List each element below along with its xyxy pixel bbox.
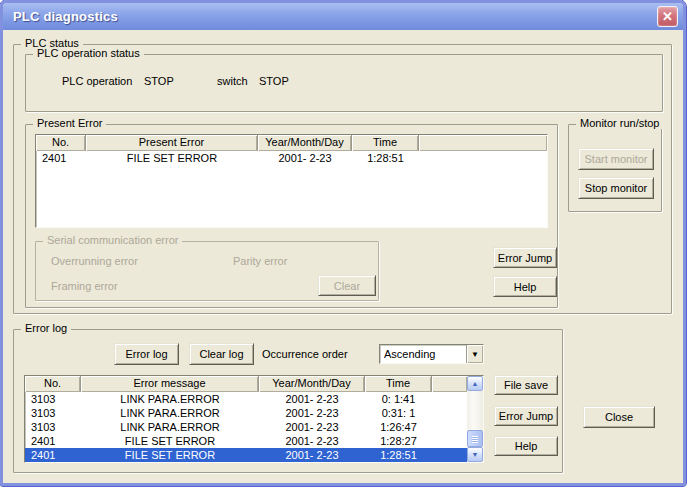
column-header-time[interactable]: Time bbox=[352, 135, 419, 151]
table-row[interactable]: 3103 LINK PARA.ERROR 2001- 2-23 1:26:47 bbox=[25, 420, 467, 434]
cell-error: FILE SET ERROR bbox=[86, 151, 258, 166]
plc-operation-value: STOP bbox=[144, 75, 174, 87]
plc-status-group: PLC status PLC operation status PLC oper… bbox=[13, 44, 672, 314]
table-row[interactable]: 3103 LINK PARA.ERROR 2001- 2-23 0: 1:41 bbox=[25, 392, 467, 406]
serial-communication-error-group: Serial communication error Overrunning e… bbox=[35, 241, 379, 301]
error-log-group: Error log Error log Clear log Occurrence… bbox=[13, 329, 563, 473]
cell-message: LINK PARA.ERROR bbox=[81, 420, 259, 434]
error-jump-button[interactable]: Error Jump bbox=[493, 247, 557, 268]
column-header-present-error[interactable]: Present Error bbox=[86, 135, 258, 151]
switch-label: switch bbox=[217, 75, 248, 87]
cell-time: 1:26:47 bbox=[365, 420, 432, 434]
column-header-date[interactable]: Year/Month/Day bbox=[258, 135, 352, 151]
parity-error-label: Parity error bbox=[233, 255, 287, 267]
switch-value: STOP bbox=[259, 75, 289, 87]
clear-button: Clear bbox=[318, 275, 376, 296]
cell-blank bbox=[432, 434, 467, 448]
start-monitor-button: Start monitor bbox=[578, 148, 654, 170]
error-log-table: No. Error message Year/Month/Day Time 31… bbox=[24, 375, 484, 463]
cell-no: 3103 bbox=[25, 420, 81, 434]
cell-no: 3103 bbox=[25, 392, 81, 406]
occurrence-order-select[interactable]: Ascending ▼ bbox=[379, 344, 484, 364]
column-header-no[interactable]: No. bbox=[25, 376, 81, 392]
occurrence-order-label: Occurrence order bbox=[262, 348, 348, 360]
monitor-run-stop-label: Monitor run/stop bbox=[576, 117, 663, 129]
column-header-blank[interactable] bbox=[419, 135, 547, 151]
cell-blank bbox=[432, 392, 467, 406]
chevron-down-icon[interactable]: ▼ bbox=[466, 345, 483, 363]
overrunning-error-label: Overrunning error bbox=[51, 255, 138, 267]
column-header-no[interactable]: No. bbox=[36, 135, 86, 151]
error-log-table-header: No. Error message Year/Month/Day Time bbox=[25, 376, 467, 392]
close-button[interactable]: Close bbox=[583, 406, 655, 428]
column-header-blank[interactable] bbox=[432, 376, 467, 392]
table-row[interactable]: 2401 FILE SET ERROR 2001- 2-23 1:28:51 bbox=[36, 151, 547, 166]
cell-time: 0: 1:41 bbox=[365, 392, 432, 406]
present-error-label: Present Error bbox=[33, 117, 106, 129]
cell-time: 1:28:51 bbox=[365, 448, 432, 462]
column-header-date[interactable]: Year/Month/Day bbox=[259, 376, 365, 392]
cell-blank bbox=[419, 151, 547, 166]
stop-monitor-button[interactable]: Stop monitor bbox=[578, 177, 654, 199]
scroll-down-icon[interactable]: ▼ bbox=[467, 447, 483, 462]
error-log-button[interactable]: Error log bbox=[114, 343, 179, 365]
table-row[interactable]: 2401 FILE SET ERROR 2001- 2-23 1:28:27 bbox=[25, 434, 467, 448]
cell-blank bbox=[432, 448, 467, 462]
monitor-run-stop-group: Monitor run/stop Start monitor Stop moni… bbox=[568, 124, 662, 212]
framing-error-label: Framing error bbox=[51, 280, 118, 292]
serial-communication-error-label: Serial communication error bbox=[43, 234, 182, 246]
help-button[interactable]: Help bbox=[494, 436, 558, 456]
scroll-up-icon[interactable]: ▲ bbox=[467, 376, 483, 391]
cell-no: 3103 bbox=[25, 406, 81, 420]
cell-blank bbox=[432, 406, 467, 420]
cell-date: 2001- 2-23 bbox=[258, 151, 352, 166]
cell-date: 2001- 2-23 bbox=[259, 434, 365, 448]
cell-no: 2401 bbox=[36, 151, 86, 166]
error-log-label: Error log bbox=[21, 322, 71, 334]
cell-date: 2001- 2-23 bbox=[259, 392, 365, 406]
vertical-scrollbar[interactable]: ▲ ▼ bbox=[467, 376, 483, 462]
clear-log-button[interactable]: Clear log bbox=[189, 343, 254, 365]
cell-blank bbox=[432, 420, 467, 434]
cell-message: FILE SET ERROR bbox=[81, 434, 259, 448]
occurrence-order-value: Ascending bbox=[380, 346, 466, 362]
column-header-error-message[interactable]: Error message bbox=[81, 376, 259, 392]
plc-diagnostics-dialog: PLC diagnostics ✕ PLC status PLC operati… bbox=[0, 0, 686, 486]
window-title: PLC diagnostics bbox=[3, 9, 118, 24]
cell-date: 2001- 2-23 bbox=[259, 406, 365, 420]
table-row-selected[interactable]: 2401 FILE SET ERROR 2001- 2-23 1:28:51 bbox=[25, 448, 467, 462]
present-error-group: Present Error No. Present Error Year/Mon… bbox=[25, 124, 558, 308]
cell-no: 2401 bbox=[25, 448, 81, 462]
close-icon[interactable]: ✕ bbox=[657, 6, 678, 27]
cell-date: 2001- 2-23 bbox=[259, 448, 365, 462]
cell-time: 0:31: 1 bbox=[365, 406, 432, 420]
table-row[interactable]: 3103 LINK PARA.ERROR 2001- 2-23 0:31: 1 bbox=[25, 406, 467, 420]
help-button[interactable]: Help bbox=[493, 276, 557, 297]
present-error-table: No. Present Error Year/Month/Day Time 24… bbox=[35, 134, 548, 228]
column-header-time[interactable]: Time bbox=[365, 376, 432, 392]
cell-time: 1:28:27 bbox=[365, 434, 432, 448]
cell-message: LINK PARA.ERROR bbox=[81, 392, 259, 406]
scrollbar-thumb[interactable] bbox=[467, 430, 483, 447]
cell-no: 2401 bbox=[25, 434, 81, 448]
cell-time: 1:28:51 bbox=[352, 151, 419, 166]
plc-operation-status-group: PLC operation status PLC operation STOP … bbox=[25, 54, 663, 112]
cell-date: 2001- 2-23 bbox=[259, 420, 365, 434]
error-jump-button[interactable]: Error Jump bbox=[494, 406, 558, 426]
file-save-button[interactable]: File save bbox=[494, 375, 558, 395]
cell-message: FILE SET ERROR bbox=[81, 448, 259, 462]
plc-operation-label: PLC operation bbox=[62, 75, 132, 87]
title-bar[interactable]: PLC diagnostics ✕ bbox=[3, 3, 683, 30]
plc-operation-status-label: PLC operation status bbox=[33, 47, 144, 59]
present-error-table-header: No. Present Error Year/Month/Day Time bbox=[36, 135, 547, 151]
cell-message: LINK PARA.ERROR bbox=[81, 406, 259, 420]
dialog-content: PLC status PLC operation status PLC oper… bbox=[3, 30, 683, 483]
